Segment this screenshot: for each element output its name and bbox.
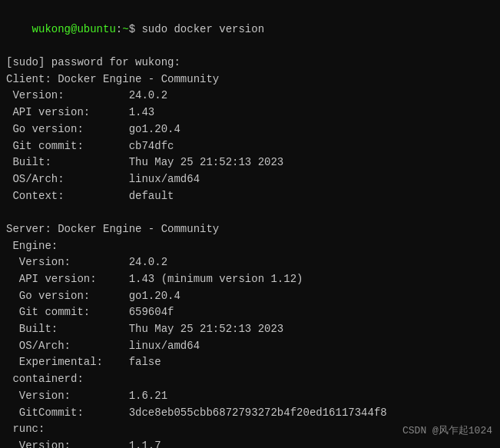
watermark: CSDN @风乍起1024 <box>402 423 492 437</box>
server-git-commit: Git commit: 659604f <box>6 304 494 321</box>
prompt-colon: : <box>116 23 122 35</box>
server-header: Server: Docker Engine - Community <box>6 221 494 238</box>
containerd-label: containerd: <box>6 371 494 388</box>
prompt-dollar: $ sudo docker version <box>129 23 264 35</box>
blank-line <box>6 204 494 221</box>
client-git-commit: Git commit: cb74dfc <box>6 138 494 155</box>
server-experimental: Experimental: false <box>6 354 494 371</box>
server-api-version: API version: 1.43 (minimum version 1.12) <box>6 271 494 288</box>
prompt-line: wukong@ubuntu:~$ sudo docker version <box>6 5 494 55</box>
containerd-version: Version: 1.6.21 <box>6 388 494 405</box>
server-built: Built: Thu May 25 21:52:13 2023 <box>6 321 494 338</box>
client-os-arch: OS/Arch: linux/amd64 <box>6 171 494 188</box>
server-version: Version: 24.0.2 <box>6 254 494 271</box>
server-go-version: Go version: go1.20.4 <box>6 288 494 305</box>
prompt-user: wukong@ubuntu <box>32 23 116 35</box>
runc-version: Version: 1.1.7 <box>6 438 494 448</box>
engine-label: Engine: <box>6 238 494 255</box>
containerd-gitcommit: GitCommit: 3dce8eb055cbb6872793272b4f20e… <box>6 405 494 422</box>
client-api-version: API version: 1.43 <box>6 105 494 121</box>
sudo-password-line: [sudo] password for wukong: <box>6 55 494 71</box>
client-built: Built: Thu May 25 21:52:13 2023 <box>6 154 494 171</box>
client-go-version: Go version: go1.20.4 <box>6 121 494 138</box>
client-context: Context: default <box>6 188 494 205</box>
terminal-window: wukong@ubuntu:~$ sudo docker version [su… <box>0 0 500 448</box>
prompt-tilde: ~ <box>122 23 128 35</box>
server-os-arch: OS/Arch: linux/amd64 <box>6 338 494 355</box>
client-header: Client: Docker Engine - Community <box>6 71 494 88</box>
client-version: Version: 24.0.2 <box>6 88 494 105</box>
